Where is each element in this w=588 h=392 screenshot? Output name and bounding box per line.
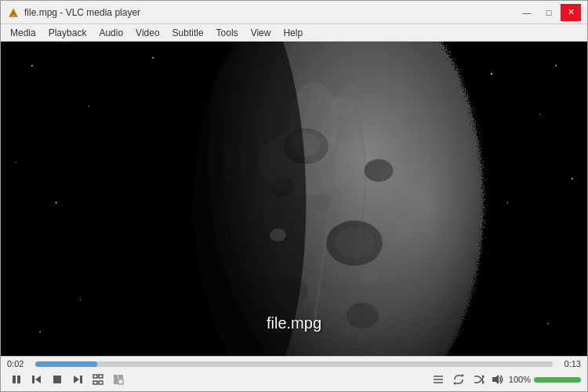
next-icon [72, 374, 83, 385]
menu-view[interactable]: View [245, 24, 278, 41]
svg-point-6 [88, 105, 89, 107]
svg-point-36 [330, 96, 354, 116]
svg-point-11 [555, 65, 557, 67]
progress-row: 0:02 0:13 [1, 357, 587, 369]
window-title: file.mpg - VLC media player [24, 7, 140, 18]
stop-icon [52, 374, 63, 385]
extended-button[interactable] [109, 371, 128, 388]
svg-rect-50 [114, 375, 118, 384]
svg-point-13 [15, 162, 16, 163]
random-button[interactable] [470, 371, 488, 388]
svg-marker-56 [462, 374, 464, 377]
svg-point-18 [39, 331, 41, 332]
loop-button[interactable] [449, 371, 468, 388]
volume-button[interactable] [490, 371, 506, 388]
svg-rect-46 [93, 375, 97, 378]
svg-point-9 [491, 73, 492, 74]
svg-rect-52 [118, 379, 123, 384]
menu-help[interactable]: Help [277, 24, 309, 41]
stop-button[interactable] [48, 371, 67, 388]
menu-video[interactable]: Video [129, 24, 165, 41]
menu-tools[interactable]: Tools [210, 24, 245, 41]
title-left: file.mpg - VLC media player [7, 6, 140, 19]
pause-button[interactable] [7, 371, 26, 388]
menu-playback[interactable]: Playback [42, 24, 93, 41]
volume-section: 100% [490, 371, 581, 388]
svg-point-17 [80, 299, 81, 299]
window-controls: — □ ✕ [517, 4, 581, 21]
random-icon [474, 374, 485, 385]
fullscreen-icon [93, 374, 103, 385]
svg-point-19 [547, 323, 549, 325]
minimize-button[interactable]: — [517, 4, 537, 21]
svg-marker-45 [74, 376, 79, 383]
svg-rect-47 [99, 375, 103, 378]
prev-button[interactable] [27, 371, 46, 388]
playlist-icon [433, 374, 444, 385]
svg-marker-60 [492, 375, 499, 384]
svg-point-10 [539, 114, 540, 114]
bottom-bar: 0:02 0:13 [1, 356, 587, 391]
svg-rect-40 [17, 376, 20, 383]
svg-rect-2 [12, 15, 15, 16]
svg-rect-48 [93, 381, 97, 384]
video-scene [1, 42, 587, 356]
extended-icon [113, 374, 124, 385]
svg-marker-57 [453, 382, 456, 385]
filename-overlay: file.mpg [267, 314, 321, 332]
title-bar: file.mpg - VLC media player — □ ✕ [1, 1, 587, 24]
maximize-button[interactable]: □ [539, 4, 559, 21]
progress-bar[interactable] [35, 361, 553, 367]
menu-bar: Media Playback Audio Video Subtitle Tool… [1, 24, 587, 42]
svg-point-15 [507, 202, 509, 204]
svg-point-16 [572, 178, 573, 180]
svg-rect-41 [32, 376, 34, 383]
loop-icon [453, 374, 464, 385]
time-total: 0:13 [557, 359, 581, 368]
svg-marker-42 [35, 376, 41, 383]
pause-icon [11, 374, 22, 385]
playlist-button[interactable] [429, 371, 448, 388]
svg-rect-43 [53, 376, 61, 383]
vlc-logo-icon [7, 6, 20, 19]
svg-rect-51 [118, 375, 123, 379]
volume-fill [534, 377, 581, 383]
svg-point-14 [56, 202, 57, 204]
svg-point-37 [360, 267, 381, 284]
svg-point-38 [270, 229, 286, 241]
svg-rect-49 [99, 381, 103, 384]
time-elapsed: 0:02 [7, 359, 31, 368]
svg-point-7 [152, 57, 154, 59]
close-button[interactable]: ✕ [561, 4, 581, 21]
menu-subtitle[interactable]: Subtitle [166, 24, 210, 41]
prev-icon [31, 374, 42, 385]
svg-rect-44 [80, 376, 82, 383]
menu-media[interactable]: Media [4, 24, 42, 41]
fullscreen-button[interactable] [89, 371, 107, 388]
video-area: file.mpg [1, 42, 587, 356]
volume-bar[interactable] [534, 377, 581, 383]
svg-rect-39 [13, 376, 16, 383]
menu-audio[interactable]: Audio [93, 24, 129, 41]
volume-icon [492, 374, 504, 385]
next-button[interactable] [68, 371, 87, 388]
progress-fill [35, 361, 97, 367]
svg-point-5 [31, 65, 33, 67]
volume-label: 100% [509, 375, 531, 384]
controls-row: 100% [1, 369, 587, 391]
